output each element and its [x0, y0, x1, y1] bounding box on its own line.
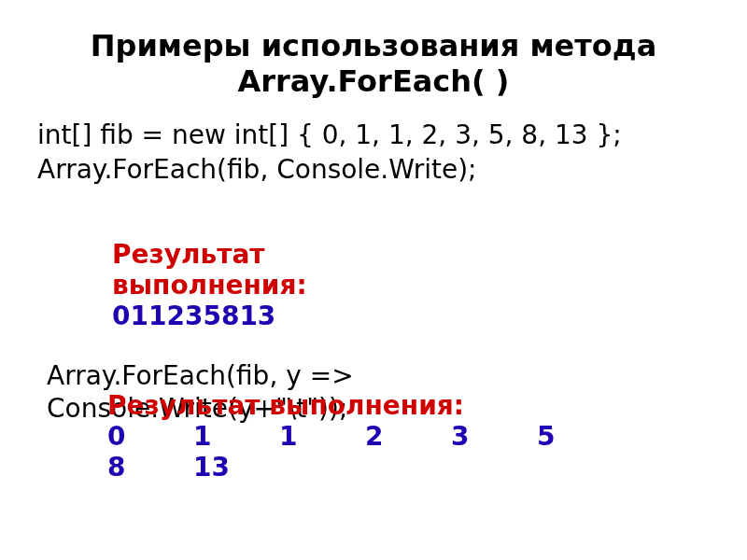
result-2-val-0: 0 — [107, 421, 193, 452]
result-2-val-4: 3 — [451, 421, 537, 452]
result-block-2: Результат выполнения: 011235 813 — [107, 390, 623, 483]
slide: Примеры использования метода Array.ForEa… — [0, 0, 747, 560]
result-2-val-1: 1 — [193, 421, 279, 452]
result-2-val-2: 1 — [279, 421, 365, 452]
result-2-val-7: 13 — [193, 452, 279, 483]
result-1-output: 011235813 — [112, 301, 307, 331]
slide-title: Примеры использования метода Array.ForEa… — [37, 28, 710, 100]
result-block-1: Результат выполнения: 011235813 — [112, 239, 307, 331]
result-2-val-3: 2 — [365, 421, 451, 452]
code-foreach-1: Array.ForEach(fib, Console.Write); — [37, 153, 710, 186]
result-1-label-a: Результат — [112, 239, 307, 270]
result-2-output-row-2: 813 — [107, 452, 623, 483]
result-2-val-5: 5 — [537, 421, 623, 452]
result-2-label: Результат выполнения: — [107, 390, 623, 421]
code-declaration: int[] fib = new int[] { 0, 1, 1, 2, 3, 5… — [37, 119, 710, 151]
result-2-output-row-1: 011235 — [107, 421, 623, 452]
code-foreach-2-line-a: Array.ForEach(fib, y => — [47, 359, 354, 392]
result-2-val-6: 8 — [107, 452, 193, 483]
result-1-label-b: выполнения: — [112, 270, 307, 301]
